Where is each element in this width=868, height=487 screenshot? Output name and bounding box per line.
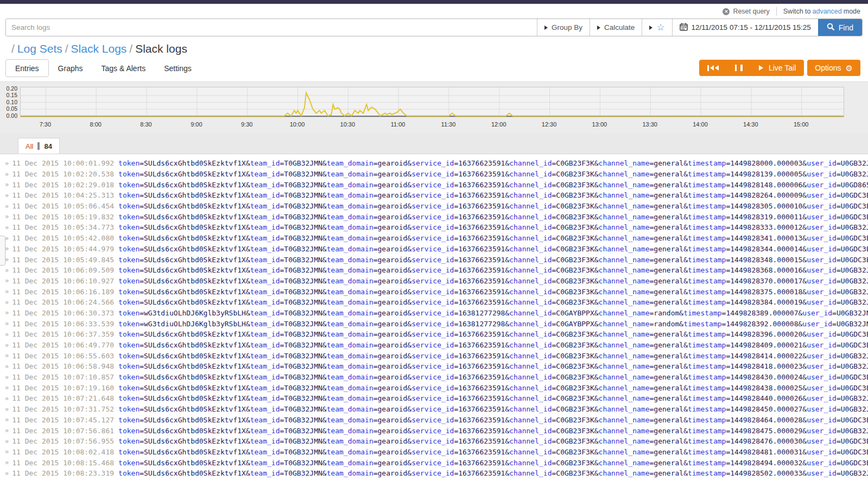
log-row[interactable]: »11 Dec 2015 10:06:37.359token=SULds6cxG…: [0, 329, 868, 340]
expand-row-icon[interactable]: »: [5, 352, 9, 359]
log-row[interactable]: »11 Dec 2015 10:05:34.773token=SULds6cxG…: [0, 222, 868, 233]
expand-row-icon[interactable]: »: [5, 203, 9, 210]
breadcrumb: /Log Sets/Slack Logs/Slack logs: [0, 36, 868, 55]
log-message: token=SULds6cxGhtbd0SkEzktvf1X&team_id=T…: [118, 223, 868, 231]
expand-row-icon[interactable]: »: [5, 192, 9, 199]
breadcrumb-log-sets[interactable]: Log Sets: [17, 42, 62, 55]
log-row[interactable]: »11 Dec 2015 10:07:56.861token=SULds6cxG…: [0, 425, 868, 436]
log-row[interactable]: »11 Dec 2015 10:00:01.992token=SULds6cxG…: [0, 158, 868, 169]
expand-row-icon[interactable]: »: [5, 331, 9, 338]
tab-tags-alerts[interactable]: Tags & Alerts: [92, 59, 155, 77]
expand-row-icon[interactable]: »: [5, 288, 9, 295]
expand-row-icon[interactable]: »: [5, 213, 9, 220]
chart-x-tick-label: 14:30: [739, 121, 763, 128]
log-row[interactable]: »11 Dec 2015 10:06:30.373token=wG3tdiuOL…: [0, 308, 868, 319]
expand-row-icon[interactable]: »: [5, 395, 9, 402]
expand-row-icon[interactable]: »: [5, 277, 9, 284]
reset-query-button[interactable]: ✕ Reset query: [723, 8, 769, 15]
log-row[interactable]: »11 Dec 2015 10:02:29.018token=SULds6cxG…: [0, 179, 868, 190]
options-button[interactable]: Options ⚙: [807, 60, 860, 76]
expand-row-icon[interactable]: »: [5, 427, 9, 434]
tab-graphs[interactable]: Graphs: [49, 59, 92, 77]
expand-row-icon[interactable]: »: [5, 224, 9, 231]
log-row[interactable]: »11 Dec 2015 10:06:09.509token=SULds6cxG…: [0, 265, 868, 276]
log-timestamp: 11 Dec 2015 10:07:56.955: [12, 437, 114, 445]
expand-row-icon[interactable]: »: [5, 406, 9, 413]
expand-row-icon[interactable]: »: [5, 160, 9, 167]
log-row[interactable]: »11 Dec 2015 10:06:10.927token=SULds6cxG…: [0, 276, 868, 287]
pause-button[interactable]: [727, 60, 751, 76]
tab-entries[interactable]: Entries: [5, 59, 49, 77]
expand-row-icon[interactable]: »: [5, 309, 9, 317]
breadcrumb-slack-logs[interactable]: Slack Logs: [71, 42, 127, 55]
chart-x-tick-label: 11:00: [386, 121, 410, 128]
expand-row-icon[interactable]: »: [5, 470, 9, 477]
expand-row-icon[interactable]: »: [5, 267, 9, 274]
expand-row-icon[interactable]: »: [5, 384, 9, 391]
log-row[interactable]: »11 Dec 2015 10:04:25.313token=SULds6cxG…: [0, 190, 868, 201]
log-row[interactable]: »11 Dec 2015 10:08:15.468token=SULds6cxG…: [0, 457, 868, 468]
log-timestamp: 11 Dec 2015 10:06:33.539: [12, 320, 114, 328]
log-row[interactable]: »11 Dec 2015 10:05:19.832token=SULds6cxG…: [0, 211, 868, 222]
filter-tab-all[interactable]: All 84: [18, 138, 60, 154]
log-message: token=SULds6cxGhtbd0SkEzktvf1X&team_id=T…: [118, 405, 868, 413]
log-row[interactable]: »11 Dec 2015 10:02:20.538token=SULds6cxG…: [0, 169, 868, 180]
star-icon[interactable]: ☆: [656, 23, 664, 32]
log-row[interactable]: »11 Dec 2015 10:08:23.319token=SULds6cxG…: [0, 468, 868, 479]
log-row[interactable]: »11 Dec 2015 10:06:33.539token=wG3tdiuOL…: [0, 318, 868, 329]
chart-plot-area[interactable]: [20, 87, 844, 117]
log-row[interactable]: »11 Dec 2015 10:06:16.189token=SULds6cxG…: [0, 286, 868, 297]
caret-right-icon[interactable]: [649, 26, 652, 30]
expand-row-icon[interactable]: »: [5, 181, 9, 188]
log-row[interactable]: »11 Dec 2015 10:07:21.648token=SULds6cxG…: [0, 393, 868, 404]
top-navy-strip: [0, 0, 868, 4]
expand-row-icon[interactable]: »: [5, 245, 9, 252]
log-row[interactable]: »11 Dec 2015 10:05:49.845token=SULds6cxG…: [0, 254, 868, 265]
expand-row-icon[interactable]: »: [5, 299, 9, 306]
breadcrumb-slash: /: [11, 42, 15, 55]
log-row[interactable]: »11 Dec 2015 10:07:45.127token=SULds6cxG…: [0, 415, 868, 426]
expand-row-icon[interactable]: »: [5, 438, 9, 445]
find-button[interactable]: Find: [818, 19, 862, 36]
date-range-label: 12/11/2015 07:15 - 12/11/2015 15:25: [692, 23, 811, 31]
log-timestamp: 11 Dec 2015 10:07:56.861: [12, 427, 114, 435]
advanced-mode-link[interactable]: advanced: [813, 8, 842, 15]
expand-row-icon[interactable]: »: [5, 235, 9, 242]
expand-row-icon[interactable]: »: [5, 170, 9, 178]
live-tail-label: Live Tail: [769, 64, 796, 72]
log-row[interactable]: »11 Dec 2015 10:05:42.080token=SULds6cxG…: [0, 233, 868, 244]
tab-settings[interactable]: Settings: [155, 59, 201, 77]
log-row[interactable]: »11 Dec 2015 10:06:55.603token=SULds6cxG…: [0, 350, 868, 361]
log-row[interactable]: »11 Dec 2015 10:06:49.770token=SULds6cxG…: [0, 340, 868, 351]
log-row[interactable]: »11 Dec 2015 10:07:31.752token=SULds6cxG…: [0, 404, 868, 415]
log-row[interactable]: »11 Dec 2015 10:05:06.454token=SULds6cxG…: [0, 201, 868, 212]
log-timestamp: 11 Dec 2015 10:06:55.603: [12, 352, 114, 360]
expand-row-icon[interactable]: »: [5, 416, 9, 423]
log-row[interactable]: »11 Dec 2015 10:07:56.955token=SULds6cxG…: [0, 436, 868, 447]
chart-y-tick-label: 0.00: [0, 112, 17, 119]
log-row[interactable]: »11 Dec 2015 10:06:24.566token=SULds6cxG…: [0, 297, 868, 308]
expand-row-icon[interactable]: »: [5, 374, 9, 381]
date-range-picker[interactable]: 12/11/2015 07:15 - 12/11/2015 15:25: [672, 19, 818, 36]
expand-row-icon[interactable]: »: [5, 448, 9, 456]
expand-row-icon[interactable]: »: [5, 320, 9, 327]
log-message: token=SULds6cxGhtbd0SkEzktvf1X&team_id=T…: [118, 330, 868, 338]
log-row[interactable]: »11 Dec 2015 10:08:02.418token=SULds6cxG…: [0, 447, 868, 458]
skip-to-start-button[interactable]: [699, 60, 727, 76]
expand-row-icon[interactable]: »: [5, 256, 9, 263]
chart-y-tick-label: 0.10: [0, 99, 17, 105]
search-input[interactable]: [6, 19, 537, 36]
calculate-dropdown[interactable]: Calculate: [590, 19, 642, 36]
expand-row-icon[interactable]: »: [5, 459, 9, 466]
live-tail-button[interactable]: Live Tail: [751, 60, 804, 76]
group-by-dropdown[interactable]: Group By: [537, 19, 590, 36]
chart-x-tick-label: 8:30: [134, 121, 158, 128]
expand-row-icon[interactable]: »: [5, 341, 9, 349]
log-row[interactable]: »11 Dec 2015 10:06:58.948token=SULds6cxG…: [0, 361, 868, 372]
expand-row-icon[interactable]: »: [5, 363, 9, 370]
log-row[interactable]: »11 Dec 2015 10:07:19.160token=SULds6cxG…: [0, 382, 868, 393]
log-row[interactable]: »11 Dec 2015 10:07:10.857token=SULds6cxG…: [0, 372, 868, 383]
log-row[interactable]: »11 Dec 2015 10:05:44.979token=SULds6cxG…: [0, 244, 868, 255]
log-message: token=SULds6cxGhtbd0SkEzktvf1X&team_id=T…: [118, 266, 868, 274]
left-drawer-handle[interactable]: [0, 236, 5, 265]
